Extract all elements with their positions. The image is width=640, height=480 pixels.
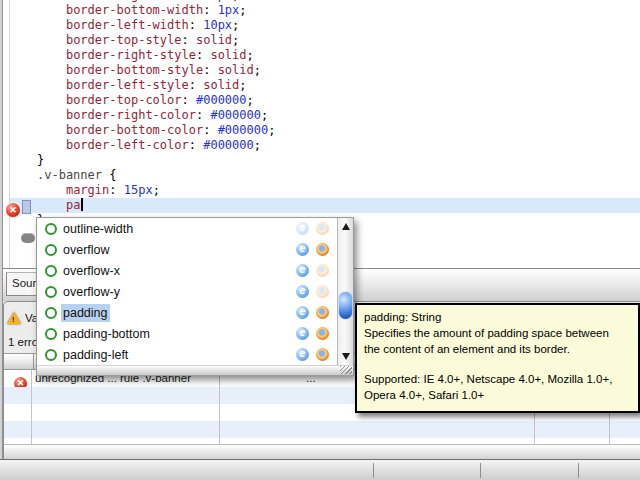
internet-explorer-icon: e xyxy=(296,348,309,361)
code-token: border-bottom-color xyxy=(66,123,203,137)
tab-source[interactable]: Source xyxy=(6,272,38,296)
current-line-gutter-marker xyxy=(22,200,31,214)
code-token: } xyxy=(37,153,44,167)
autocomplete-item-label: overflow-x xyxy=(63,264,120,278)
autocomplete-item[interactable]: paddinge xyxy=(37,302,337,323)
code-token: : xyxy=(182,33,196,47)
code-token: { xyxy=(102,168,116,182)
code-token: border-right-style xyxy=(66,48,196,62)
code-token: ; xyxy=(232,33,239,47)
autocomplete-item-label: padding-bottom xyxy=(63,327,150,341)
css-property-bullet-icon xyxy=(45,328,57,340)
horizontal-scrollbar-track[interactable] xyxy=(4,444,640,460)
code-token: border-bottom-width xyxy=(66,3,203,17)
code-token: solid xyxy=(210,48,246,62)
code-token: : xyxy=(189,18,203,32)
code-token: : xyxy=(203,63,217,77)
tooltip-title: padding: String xyxy=(364,309,631,325)
error-annotation-icon[interactable]: ✕ xyxy=(6,199,20,217)
autocomplete-item[interactable]: padding-bottome xyxy=(37,323,337,344)
scroll-up-arrow-icon[interactable] xyxy=(342,223,350,230)
status-bar xyxy=(0,459,640,480)
code-token: : xyxy=(203,3,217,17)
firefox-icon xyxy=(316,306,329,319)
internet-explorer-icon: e xyxy=(296,264,309,277)
autocomplete-item[interactable]: padding-lefte xyxy=(37,344,337,365)
code-token: 1px xyxy=(210,0,232,2)
error-x-icon: ✕ xyxy=(6,203,20,217)
tooltip-spacer xyxy=(364,357,631,371)
tab-source-label: Source xyxy=(7,273,37,289)
code-token: ; xyxy=(232,18,239,32)
code-token: border-left-width xyxy=(66,18,189,32)
autocomplete-item-label: padding xyxy=(63,306,108,320)
browser-support-icons: e xyxy=(296,327,337,340)
scrollbar-thumb[interactable] xyxy=(339,292,352,319)
firefox-icon xyxy=(316,264,329,277)
tab-validation-label: Validation xyxy=(25,312,36,324)
status-cell-divider xyxy=(373,463,374,478)
code-token: ; xyxy=(247,48,254,62)
internet-explorer-icon: e xyxy=(296,306,309,319)
code-line: } xyxy=(37,153,275,168)
vertical-scrollbar[interactable] xyxy=(337,218,353,365)
tab-validation[interactable]: ! Validation xyxy=(7,308,36,328)
resize-grip-icon[interactable] xyxy=(340,366,352,374)
header-column-divider xyxy=(33,354,34,371)
autocomplete-item[interactable]: overflow-ye xyxy=(37,281,337,302)
status-cell-divider xyxy=(578,463,579,478)
code-token: ; xyxy=(232,0,239,2)
code-token: pa xyxy=(66,198,80,212)
code-line: border-left-style: solid; xyxy=(37,78,275,93)
autocomplete-popup: outline-widtheoverfloweoverflow-xeoverfl… xyxy=(36,217,354,376)
table-row[interactable] xyxy=(4,421,640,438)
column-divider xyxy=(219,370,220,444)
css-property-bullet-icon xyxy=(45,349,57,361)
code-token: : xyxy=(196,108,210,122)
autocomplete-item[interactable]: overflowe xyxy=(37,239,337,260)
browser-support-icons: e xyxy=(296,285,337,298)
autocomplete-item[interactable]: overflow-xe xyxy=(37,260,337,281)
code-token xyxy=(37,183,66,197)
scroll-down-arrow-icon[interactable] xyxy=(342,353,350,360)
code-line: border-left-color: #000000; xyxy=(37,138,275,153)
code-token: solid xyxy=(196,33,232,47)
code-token: 1px xyxy=(218,3,240,17)
code-token xyxy=(37,78,66,92)
code-token: #000000 xyxy=(196,93,247,107)
code-token: border-left-color xyxy=(66,138,189,152)
css-property-bullet-icon xyxy=(45,223,57,235)
popup-footer xyxy=(37,365,353,375)
code-line: .v-banner { xyxy=(37,168,275,183)
internet-explorer-icon: e xyxy=(296,222,309,235)
tooltip-body-line: the content of an element and its border… xyxy=(364,341,631,357)
code-line: margin: 15px; xyxy=(37,183,275,198)
code-token xyxy=(37,3,66,17)
autocomplete-item[interactable]: outline-widthe xyxy=(37,218,337,239)
code-token: : xyxy=(189,138,203,152)
code-token xyxy=(37,93,66,107)
autocomplete-item-label: padding-left xyxy=(63,348,128,362)
firefox-icon xyxy=(316,243,329,256)
code-token: #000000 xyxy=(218,123,269,137)
tooltip-support-line: Supported: IE 4.0+, Netscape 4.0+, Mozil… xyxy=(364,371,631,387)
doc-tooltip: padding: String Specifies the amount of … xyxy=(355,303,640,413)
firefox-icon xyxy=(316,327,329,340)
browser-support-icons: e xyxy=(296,243,337,256)
code-token xyxy=(37,18,66,32)
code-token: border-top-style xyxy=(66,33,182,47)
code-token: : xyxy=(196,48,210,62)
code-token: ; xyxy=(268,123,275,137)
firefox-icon xyxy=(316,222,329,235)
code-token: : xyxy=(203,123,217,137)
collapsed-splitter-handle[interactable] xyxy=(21,233,35,243)
code-token xyxy=(37,33,66,47)
internet-explorer-icon: e xyxy=(296,243,309,256)
internet-explorer-icon: e xyxy=(296,327,309,340)
code-line: border-bottom-width: 1px; xyxy=(37,3,275,18)
code-token: border-bottom-style xyxy=(66,63,203,77)
code-token: ; xyxy=(153,183,160,197)
code-token: 15px xyxy=(124,183,153,197)
css-property-bullet-icon xyxy=(45,307,57,319)
code-token xyxy=(37,63,66,77)
